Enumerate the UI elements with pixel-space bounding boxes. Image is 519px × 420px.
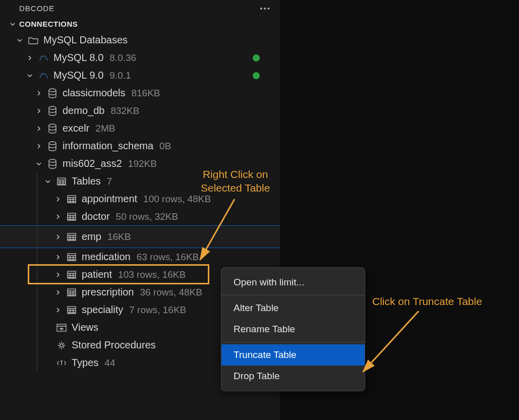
db-size: 816KB <box>131 88 160 99</box>
server-mysql-8[interactable]: MySQL 8.0 8.0.36 <box>0 49 280 67</box>
section-label: CONNECTIONS <box>19 20 78 28</box>
tables-label: Tables <box>72 175 101 187</box>
db-label: classicmodels <box>63 87 125 99</box>
database-icon <box>47 124 57 134</box>
server-version: 8.0.36 <box>109 52 136 64</box>
chevron-right-icon <box>54 289 62 295</box>
table-icon <box>67 212 77 222</box>
chevron-right-icon <box>54 214 62 220</box>
panel-title: DBCODE <box>19 4 54 13</box>
table-label: appointment <box>82 193 137 205</box>
svg-point-1 <box>49 106 56 109</box>
chevron-right-icon <box>54 196 62 202</box>
chevron-right-icon <box>54 254 62 260</box>
more-actions-icon[interactable]: ••• <box>260 4 271 13</box>
tables-count: 7 <box>107 176 112 187</box>
svg-line-17 <box>363 311 419 372</box>
table-label: prescription <box>82 286 134 298</box>
menu-drop-table[interactable]: Drop Table <box>221 366 365 387</box>
annotation-highlight-selected-row <box>28 264 209 284</box>
gear-icon <box>56 340 67 350</box>
svg-rect-13 <box>57 324 66 331</box>
annotation-arrow-icon <box>194 197 245 265</box>
table-meta: 50 rows, 32KB <box>116 211 179 222</box>
mysql-icon <box>38 71 48 81</box>
db-excelr[interactable]: excelr 2MB <box>0 119 280 137</box>
db-information_schema[interactable]: information_schema 0B <box>0 137 280 155</box>
types-icon <box>56 358 67 368</box>
menu-alter-table[interactable]: Alter Table <box>221 297 365 319</box>
context-menu: Open with limit... Alter Table Rename Ta… <box>221 267 365 391</box>
panel-header: DBCODE ••• <box>0 0 280 17</box>
svg-point-0 <box>49 89 56 92</box>
table-meta: 16KB <box>107 231 131 243</box>
mysql-icon <box>38 53 48 63</box>
server-label: MySQL 9.0 <box>53 70 103 81</box>
annotation-right-click: Right Click on Selected Table <box>201 167 270 195</box>
views-icon <box>56 323 67 333</box>
sp-label: Stored Procedures <box>72 339 156 351</box>
db-label: information_schema <box>63 140 153 152</box>
database-icon <box>47 159 57 169</box>
chevron-right-icon <box>54 234 62 240</box>
table-icon <box>67 287 77 297</box>
server-mysql-9[interactable]: MySQL 9.0 9.0.1 <box>0 67 280 84</box>
table-icon <box>67 252 77 262</box>
svg-line-16 <box>200 199 235 260</box>
chevron-down-icon <box>16 37 23 43</box>
chevron-down-icon <box>35 161 42 167</box>
menu-separator <box>221 342 365 342</box>
status-badge <box>253 72 260 79</box>
annotation-truncate-hint: Click on Truncate Table <box>372 295 482 308</box>
table-label: doctor <box>82 211 110 222</box>
chevron-right-icon <box>35 143 42 149</box>
db-label: mis602_ass2 <box>63 158 122 169</box>
types-count: 44 <box>104 357 115 369</box>
tables-icon <box>56 176 67 187</box>
db-classicmodels[interactable]: classicmodels 816KB <box>0 84 280 102</box>
db-size: 2MB <box>95 123 115 134</box>
server-version: 9.0.1 <box>109 70 131 81</box>
svg-point-15 <box>60 344 63 347</box>
server-label: MySQL 8.0 <box>53 52 103 64</box>
table-icon <box>67 232 77 242</box>
menu-separator <box>221 295 365 295</box>
table-label: emp <box>82 231 101 243</box>
chevron-right-icon <box>54 307 62 313</box>
chevron-down-icon <box>44 178 51 185</box>
chevron-down-icon <box>9 21 16 27</box>
db-label: excelr <box>63 123 89 134</box>
db-size: 192KB <box>128 158 157 169</box>
db-size: 0B <box>159 141 171 152</box>
database-icon <box>47 106 57 116</box>
svg-point-4 <box>49 159 56 162</box>
status-badge <box>253 54 260 62</box>
table-label: medication <box>82 251 131 263</box>
table-meta: 63 rows, 16KB <box>137 252 199 263</box>
annotation-line1: Right Click on <box>201 167 270 181</box>
svg-point-2 <box>49 124 56 127</box>
db-label: demo_db <box>63 105 104 116</box>
svg-point-3 <box>49 142 56 145</box>
section-connections[interactable]: CONNECTIONS <box>0 17 280 31</box>
group-mysql-databases[interactable]: MySQL Databases <box>0 31 280 49</box>
group-label: MySQL Databases <box>43 34 128 46</box>
table-icon <box>67 305 77 315</box>
db-demo_db[interactable]: demo_db 832KB <box>0 102 280 119</box>
table-meta: 36 rows, 48KB <box>140 287 202 298</box>
menu-truncate-table[interactable]: Truncate Table <box>221 344 365 366</box>
chevron-down-icon <box>26 73 33 79</box>
annotation-arrow-icon <box>358 309 424 377</box>
annotation-line2: Selected Table <box>201 181 270 195</box>
folder-icon <box>28 35 38 45</box>
views-label: Views <box>72 322 98 333</box>
table-meta: 7 rows, 16KB <box>129 305 186 316</box>
types-label: Types <box>72 357 98 369</box>
database-icon <box>47 88 57 98</box>
chevron-right-icon <box>35 126 42 132</box>
menu-rename-table[interactable]: Rename Table <box>221 319 365 340</box>
database-icon <box>47 141 57 151</box>
chevron-right-icon <box>26 55 33 61</box>
menu-open-with-limit[interactable]: Open with limit... <box>221 272 365 293</box>
table-label: speciality <box>82 304 123 316</box>
